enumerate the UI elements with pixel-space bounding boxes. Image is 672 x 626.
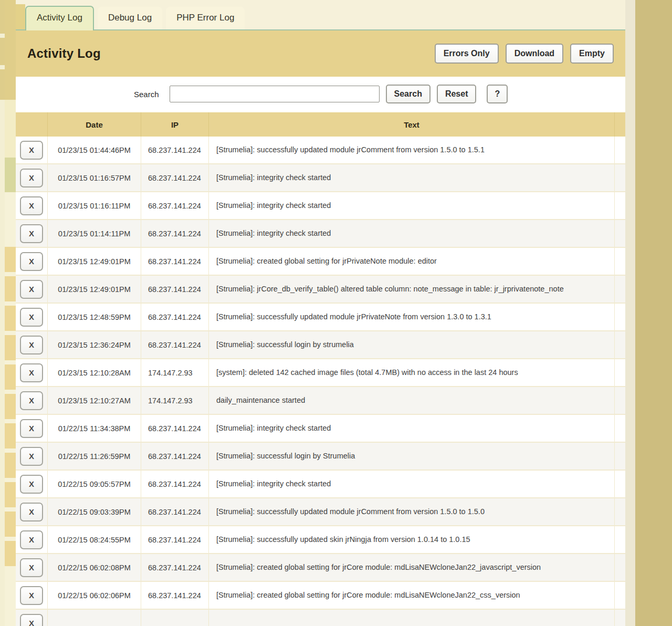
delete-row-button[interactable]: X: [20, 447, 43, 466]
tab-debug-log[interactable]: Debug Log: [98, 7, 162, 29]
table-row: X 01/23/15 12:10:27AM 174.147.2.93 daily…: [16, 387, 625, 415]
date-cell: 01/22/15 08:24:55PM: [47, 526, 141, 553]
tab-php-error-log[interactable]: PHP Error Log: [166, 7, 245, 29]
spacer-cell: [614, 220, 625, 247]
ip-cell: 174.147.2.93: [141, 387, 208, 414]
download-button[interactable]: Download: [506, 44, 563, 64]
page-right-background: [635, 0, 672, 626]
date-cell: 01/23/15 01:14:11PM: [47, 220, 141, 247]
text-cell: [Strumelia]: successfully updated module…: [208, 137, 614, 163]
delete-row-button[interactable]: X: [20, 419, 43, 438]
ip-cell: 68.237.141.224: [141, 137, 208, 163]
delete-row-button[interactable]: X: [20, 475, 43, 494]
text-column-header: Text: [208, 112, 614, 137]
delete-cell: X: [16, 164, 47, 191]
delete-cell: X: [16, 248, 47, 275]
text-cell: [Strumelia]: integrity check started: [208, 220, 614, 247]
spacer-cell: [614, 498, 625, 525]
delete-row-button[interactable]: X: [20, 586, 43, 605]
date-cell: 01/22/15 06:02:08PM: [47, 554, 141, 581]
spacer-cell: [614, 415, 625, 442]
search-button[interactable]: Search: [386, 85, 430, 103]
table-row: X 01/22/15 11:26:59PM 68.237.141.224 [St…: [16, 443, 625, 471]
delete-cell: X: [16, 387, 47, 414]
ip-cell: 68.237.141.224: [141, 192, 208, 219]
delete-row-button[interactable]: X: [20, 169, 43, 187]
spacer-column-header: [614, 112, 625, 137]
ip-column-header: IP: [141, 112, 208, 137]
text-cell: [Strumelia]: successfully updated module…: [208, 498, 614, 525]
help-button[interactable]: ?: [487, 85, 508, 103]
empty-button[interactable]: Empty: [570, 44, 614, 64]
activity-log-table: Date IP Text X 01/23/15 01:44:46PM 68.23…: [16, 112, 625, 626]
delete-cell: X: [16, 192, 47, 219]
text-cell: [Strumelia]: successful login by strumel…: [208, 331, 614, 358]
search-input[interactable]: [170, 86, 380, 102]
spacer-cell: [614, 471, 625, 497]
table-row: X 01/23/15 12:49:01PM 68.237.141.224 [St…: [16, 276, 625, 304]
delete-row-button[interactable]: X: [20, 614, 43, 626]
text-cell: [208, 610, 614, 626]
delete-cell: X: [16, 359, 47, 386]
delete-cell: X: [16, 471, 47, 497]
date-cell: 01/23/15 01:16:57PM: [47, 164, 141, 191]
delete-row-button[interactable]: X: [20, 196, 43, 215]
spacer-cell: [614, 164, 625, 191]
text-cell: [Strumelia]: jrCore_db_verify_table() al…: [208, 276, 614, 302]
date-cell: 01/23/15 01:44:46PM: [47, 137, 141, 163]
text-cell: [Strumelia]: successfully updated skin j…: [208, 526, 614, 553]
table-row: X 01/23/15 12:49:01PM 68.237.141.224 [St…: [16, 248, 625, 276]
spacer-cell: [614, 192, 625, 219]
date-cell: 01/22/15 11:34:38PM: [47, 415, 141, 442]
spacer-cell: [614, 137, 625, 163]
date-cell: 01/23/15 01:16:11PM: [47, 192, 141, 219]
spacer-cell: [614, 276, 625, 302]
delete-column-header: [16, 112, 47, 137]
search-row: Search Search Reset ?: [16, 77, 625, 111]
date-cell: 01/23/15 12:10:27AM: [47, 387, 141, 414]
text-cell: [Strumelia]: integrity check started: [208, 471, 614, 497]
header-button-group: Errors Only Download Empty: [435, 44, 614, 64]
tab-activity-log[interactable]: Activity Log: [25, 6, 94, 30]
date-cell: 01/23/15 12:10:28AM: [47, 359, 141, 386]
table-row: X 01/22/15 08:24:55PM 68.237.141.224 [St…: [16, 526, 625, 554]
delete-row-button[interactable]: X: [20, 530, 43, 549]
table-body: X 01/23/15 01:44:46PM 68.237.141.224 [St…: [16, 137, 625, 626]
delete-row-button[interactable]: X: [20, 336, 43, 354]
text-cell: daily_maintenance started: [208, 387, 614, 414]
ip-cell: 68.237.141.224: [141, 582, 208, 609]
delete-row-button[interactable]: X: [20, 363, 43, 382]
errors-only-button[interactable]: Errors Only: [435, 44, 499, 64]
delete-row-button[interactable]: X: [20, 503, 43, 521]
spacer-cell: [614, 554, 625, 581]
delete-row-button[interactable]: X: [20, 308, 43, 327]
delete-cell: X: [16, 137, 47, 163]
reset-button[interactable]: Reset: [437, 85, 477, 103]
table-row: X: [16, 610, 625, 626]
table-row: X 01/22/15 06:02:08PM 68.237.141.224 [St…: [16, 554, 625, 582]
delete-row-button[interactable]: X: [20, 391, 43, 410]
text-cell: [Strumelia]: successfully updated module…: [208, 304, 614, 330]
ip-cell: 68.237.141.224: [141, 415, 208, 442]
delete-cell: X: [16, 331, 47, 358]
ip-cell: 68.237.141.224: [141, 526, 208, 553]
text-cell: [Strumelia]: integrity check started: [208, 415, 614, 442]
table-row: X 01/22/15 11:34:38PM 68.237.141.224 [St…: [16, 415, 625, 443]
delete-cell: X: [16, 554, 47, 581]
delete-row-button[interactable]: X: [20, 558, 43, 577]
log-tabbar: Activity Log Debug Log PHP Error Log: [16, 0, 625, 29]
delete-row-button[interactable]: X: [20, 252, 43, 271]
left-edge-strip: [0, 0, 5, 626]
right-pale-strip: [625, 0, 635, 626]
date-cell: 01/23/15 12:49:01PM: [47, 248, 141, 275]
delete-row-button[interactable]: X: [20, 224, 43, 243]
ip-cell: 68.237.141.224: [141, 443, 208, 470]
table-row: X 01/22/15 09:05:57PM 68.237.141.224 [St…: [16, 471, 625, 498]
delete-cell: X: [16, 498, 47, 525]
ip-cell: 68.237.141.224: [141, 248, 208, 275]
delete-cell: X: [16, 582, 47, 609]
text-cell: [Strumelia]: created global setting for …: [208, 248, 614, 275]
ip-cell: 68.237.141.224: [141, 471, 208, 497]
delete-row-button[interactable]: X: [20, 280, 43, 299]
delete-row-button[interactable]: X: [20, 141, 43, 160]
